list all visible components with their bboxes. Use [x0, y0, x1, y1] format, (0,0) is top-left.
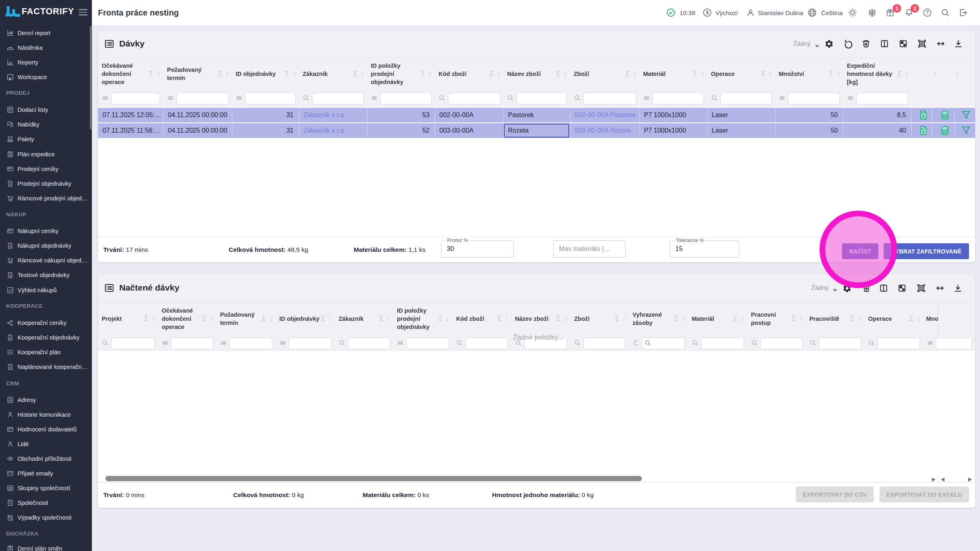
svg-text:$: $ [922, 129, 925, 134]
svg-text:$: $ [9, 366, 11, 369]
svg-text:$: $ [922, 114, 925, 118]
svg-text:$: $ [706, 10, 709, 16]
svg-text:$: $ [9, 336, 11, 340]
svg-text:$: $ [9, 182, 11, 186]
svg-text:?: ? [926, 10, 929, 16]
svg-text:$: $ [9, 274, 11, 278]
svg-text:$: $ [9, 244, 11, 248]
svg-text:$: $ [8, 167, 9, 169]
svg-text:$: $ [8, 229, 9, 231]
